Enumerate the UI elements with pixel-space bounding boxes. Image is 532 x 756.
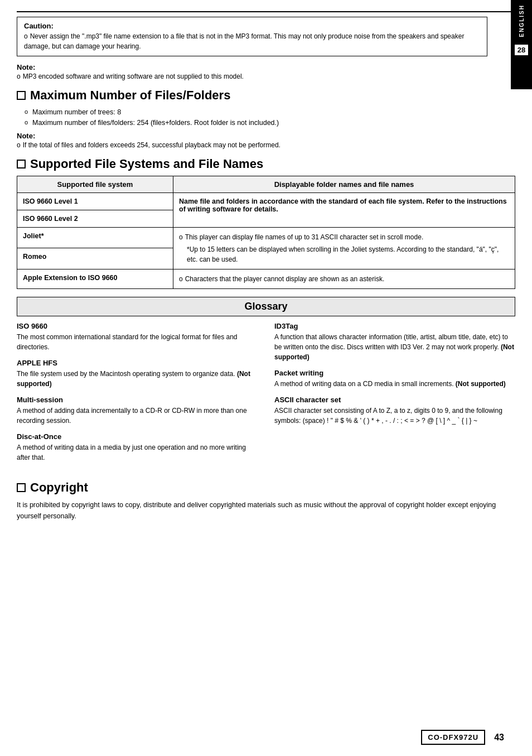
copyright-text: It is prohibited by copyright laws to co… (17, 499, 515, 522)
section3-icon (17, 483, 26, 492)
glossary-right-col: ID3Tag A function that allows character … (274, 322, 515, 469)
table-row: Joliet* oThis player can display file na… (17, 227, 515, 248)
caution-box: Caution: oNever assign the ".mp3" file n… (17, 17, 487, 56)
glossary-term-multisession: Multi-session (17, 396, 258, 404)
section2-icon (17, 160, 26, 168)
note2-section: Note: oIf the total of files and folders… (17, 132, 515, 149)
section1-bullets: Maximum number of trees: 8 Maximum numbe… (25, 107, 515, 128)
bullet-files: Maximum number of files/folders: 254 (fi… (25, 118, 515, 128)
file-systems-table: Supported file system Displayable folder… (17, 176, 515, 289)
section3-heading: Copyright (17, 480, 515, 495)
glossary-left-col: ISO 9660 The most common international s… (17, 322, 258, 469)
table-cell-ascii-desc: oThis player can display file names of u… (173, 227, 515, 269)
sidebar-eng-label: ENGLISH (519, 4, 525, 37)
model-badge: CO-DFX972U (421, 730, 485, 745)
table-row: Apple Extension to ISO 9660 oCharacters … (17, 269, 515, 288)
table-row: ISO 9660 Level 1 Name file and folders i… (17, 192, 515, 210)
glossary-item-packetwriting: Packet writing A method of writing data … (274, 369, 515, 389)
glossary-def-id3tag: A function that allows character informa… (274, 332, 515, 362)
section2-heading: Supported File Systems and File Names (17, 157, 515, 171)
note2-text: oIf the total of files and folders excee… (17, 141, 515, 149)
note1-title: Note: (17, 63, 515, 71)
table-cell-asterisk-desc: oCharacters that the player cannot displ… (173, 269, 515, 288)
glossary-term-applehfs: APPLE HFS (17, 359, 258, 367)
glossary-item-id3tag: ID3Tag A function that allows character … (274, 322, 515, 362)
glossary-term-packetwriting: Packet writing (274, 369, 515, 377)
table-cell-bold-desc: Name file and folders in accordance with… (173, 192, 515, 227)
note1-section: Note: oMP3 encoded software and writing … (17, 63, 515, 80)
glossary-item-discatonce: Disc-at-Once A method of writing data in… (17, 432, 258, 463)
table-cell-apple: Apple Extension to ISO 9660 (17, 269, 173, 288)
note2-title: Note: (17, 132, 515, 140)
glossary-item-multisession: Multi-session A method of adding data in… (17, 396, 258, 426)
top-divider (17, 11, 515, 12)
sidebar-tab: ENGLISH 28 (511, 0, 532, 89)
glossary-def-applehfs: The file system used by the Macintosh op… (17, 369, 258, 389)
glossary-def-discatonce: A method of writing data in a media by j… (17, 442, 258, 463)
glossary-header: Glossary (17, 297, 515, 316)
glossary-term-discatonce: Disc-at-Once (17, 432, 258, 441)
glossary-grid: ISO 9660 The most common international s… (17, 322, 515, 469)
glossary-def-packetwriting: A method of writing data on a CD media i… (274, 379, 515, 389)
glossary-item-applehfs: APPLE HFS The file system used by the Ma… (17, 359, 258, 389)
table-header-displayable: Displayable folder names and file names (173, 176, 515, 192)
caution-text: oNever assign the ".mp3" file name exten… (24, 31, 480, 51)
glossary-term-ascii: ASCII character set (274, 396, 515, 404)
table-cell-romeo: Romeo (17, 248, 173, 269)
glossary-term-id3tag: ID3Tag (274, 322, 515, 330)
table-cell-iso9660-1: ISO 9660 Level 1 (17, 192, 173, 210)
caution-title: Caution: (24, 22, 480, 30)
glossary-def-iso9660: The most common international standard f… (17, 332, 258, 352)
sidebar-page-num: 28 (515, 45, 528, 55)
glossary-def-multisession: A method of adding data incrementally to… (17, 406, 258, 426)
glossary-term-iso9660: ISO 9660 (17, 322, 258, 330)
table-header-system: Supported file system (17, 176, 173, 192)
footer: CO-DFX972U 43 (421, 730, 504, 745)
glossary-item-iso9660: ISO 9660 The most common international s… (17, 322, 258, 352)
bullet-trees: Maximum number of trees: 8 (25, 107, 515, 118)
section3-copyright: Copyright It is prohibited by copyright … (17, 480, 515, 522)
section1-heading: Maximum Number of Files/Folders (17, 88, 515, 103)
glossary-item-ascii: ASCII character set ASCII character set … (274, 396, 515, 426)
section1-icon (17, 91, 26, 100)
glossary-def-ascii: ASCII character set consisting of A to Z… (274, 406, 515, 426)
table-cell-iso9660-2: ISO 9660 Level 2 (17, 210, 173, 227)
note1-text: oMP3 encoded software and writing softwa… (17, 73, 515, 80)
page-number: 43 (494, 733, 504, 743)
table-cell-joliet: Joliet* (17, 227, 173, 248)
